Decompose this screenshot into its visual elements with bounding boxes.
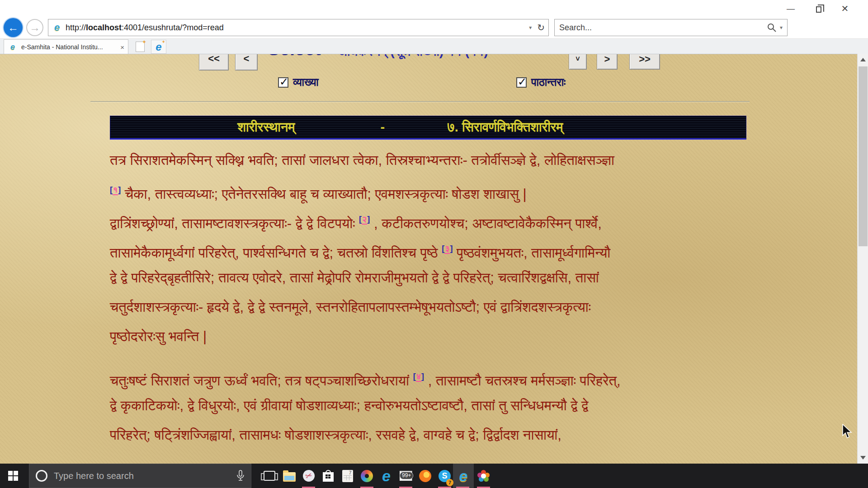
task-view-button[interactable] (259, 464, 279, 488)
nav-next-button[interactable]: > (597, 54, 618, 70)
store-bag-icon (323, 470, 334, 482)
text-line: परिहरेत्; षट्त्रिंशज्जिह्वायां, तासामधः … (110, 421, 752, 450)
nav-first-button[interactable]: << (199, 54, 229, 70)
text-line: द्वे द्वे परिहरेद्बृहतीसिरे; तावत्य एवोद… (110, 264, 752, 293)
paragraph: चतुःषष्टं सिराशतं जत्रुण ऊर्ध्वं भवति; त… (110, 362, 752, 450)
flower-app-button[interactable] (474, 464, 493, 488)
new-tab-button[interactable] (136, 42, 145, 52)
photos-button[interactable] (357, 464, 377, 488)
browser-navbar: ← → e http://localhost:4001/esushruta/?m… (0, 17, 868, 38)
text-line: चतुःषष्टं सिराशतं जत्रुण ऊर्ध्वं भवति; त… (110, 362, 752, 392)
text-line: तासामेकैकामूर्ध्वगां परिहरेत्, पार्श्वसन… (110, 235, 752, 264)
internet-explorer-button[interactable]: e (453, 464, 474, 488)
vyakhya-checkbox[interactable]: ✓ (278, 77, 288, 88)
calculator-button[interactable] (338, 464, 357, 488)
internet-explorer-icon: e (459, 468, 468, 483)
tab-favicon-ie: e (8, 42, 18, 52)
forward-button[interactable]: → (26, 19, 43, 36)
microphone-icon[interactable] (236, 470, 245, 482)
nav-dropdown-button[interactable]: ˅ (569, 54, 587, 70)
windows-logo-icon (8, 471, 18, 481)
vertical-scrollbar[interactable] (857, 54, 868, 464)
edge-icon: e (156, 41, 161, 53)
text-line: द्वात्रिंशच्छ्रोण्यां, तासामष्टावशस्त्रक… (110, 205, 752, 235)
address-dropdown-icon[interactable]: ▾ (529, 24, 532, 31)
divider-rule (90, 101, 750, 102)
search-placeholder: Search... (559, 23, 592, 33)
scissors-icon: ✂ (301, 468, 316, 483)
text-line: पृष्ठोदरोरःसु भवन्ति | (110, 323, 752, 352)
browser-titlebar: — ✕ (0, 0, 868, 17)
close-button[interactable]: ✕ (835, 3, 855, 14)
address-bar[interactable]: e http://localhost:4001/esushruta/?mod=r… (48, 19, 549, 36)
firefox-icon (419, 470, 431, 482)
file-explorer-icon (283, 472, 296, 482)
taskbar-search-placeholder: Type here to search (54, 471, 236, 481)
tab-title: e-Samhita - National Institu... (21, 43, 118, 51)
skype-button[interactable]: S 7 (435, 464, 454, 488)
check-icon: ✓ (518, 75, 527, 88)
sthana-name: शारीरस्थानम् (237, 120, 295, 135)
open-edge-button[interactable]: e (151, 40, 166, 54)
restore-button[interactable] (808, 3, 829, 14)
restore-icon (816, 6, 821, 13)
color-swirl-icon (361, 470, 373, 482)
vyakhya-label: व्याख्या (293, 76, 319, 89)
snipping-tool-button[interactable]: ✂ (299, 464, 318, 488)
scroll-up-icon[interactable] (858, 54, 868, 66)
nav-last-button[interactable]: >> (629, 54, 660, 70)
ie-page-icon: e (52, 23, 62, 33)
body-text: तत्र सिराशतमेकस्मिन् सक्थ्नि भवति; तासां… (110, 146, 752, 450)
mail-button[interactable]: 99+ (396, 464, 415, 488)
scrollbar-thumb[interactable] (859, 66, 868, 246)
task-view-icon (264, 471, 275, 481)
file-explorer-button[interactable] (279, 464, 299, 488)
skype-badge: 7 (446, 479, 453, 486)
start-button[interactable] (0, 464, 26, 488)
refresh-icon[interactable]: ↻ (537, 22, 545, 33)
cortana-icon (36, 470, 47, 482)
search-box[interactable]: Search... ▾ (554, 19, 788, 36)
text-line: तत्र सिराशतमेकस्मिन् सक्थ्नि भवति; तासां… (110, 146, 752, 176)
url-text: http://localhost:4001/esushruta/?mod=rea… (66, 23, 224, 33)
edge-button[interactable]: e (377, 464, 396, 488)
variant-reading-ref[interactable]: [३] (442, 244, 453, 254)
mouse-cursor (842, 424, 854, 439)
browser-tab[interactable]: e e-Samhita - National Institu... × (4, 39, 128, 54)
variant-reading-ref[interactable]: [४] (413, 372, 424, 382)
nav-prev-button[interactable]: < (235, 54, 258, 70)
flower-icon (477, 470, 490, 482)
desktop: — ✕ ← → e http://localhost:4001/esushrut… (0, 0, 868, 488)
search-dropdown-icon[interactable]: ▾ (780, 24, 783, 31)
taskbar: Type here to search ✂ e 99+ S 7 (0, 464, 868, 488)
option-pathantara: ✓ पाठान्तराः (516, 76, 566, 89)
pathantara-label: पाठान्तराः (531, 76, 566, 89)
option-vyakhya: ✓ व्याख्या (278, 76, 319, 89)
page-viewport: << < Select अधिकरणम् (सूत्र संख्या) ११ (… (0, 54, 857, 464)
edge-icon: e (382, 468, 391, 483)
check-icon: ✓ (279, 75, 288, 88)
firefox-button[interactable] (415, 464, 435, 488)
text-line: [१] चैका, तास्त्वव्यध्याः; एतेनेतरसक्थि … (110, 176, 752, 205)
paragraph: तत्र सिराशतमेकस्मिन् सक्थ्नि भवति; तासां… (110, 146, 752, 352)
minimize-button[interactable]: — (780, 3, 801, 14)
tab-bar: e e-Samhita - National Institu... × e (0, 38, 868, 54)
chapter-name: ७. सिरावर्णविभक्तिशारीरम् (447, 120, 563, 135)
header-separator: - (381, 120, 385, 135)
scroll-down-icon[interactable] (858, 452, 868, 464)
variant-reading-ref[interactable]: [२] (359, 215, 370, 225)
back-button[interactable]: ← (4, 18, 23, 37)
pathantara-checkbox[interactable]: ✓ (516, 77, 527, 88)
mail-unread-badge: 99+ (400, 472, 413, 479)
text-line: द्वे कृकाटिकयोः, द्वे विधुरयोः, एवं ग्री… (110, 392, 752, 421)
select-label: Select (268, 54, 321, 59)
search-icon[interactable] (767, 23, 776, 32)
section-header-bar: शारीरस्थानम् - ७. सिरावर्णविभक्तिशारीरम् (110, 116, 746, 140)
taskbar-search-box[interactable]: Type here to search (29, 464, 251, 488)
variant-reading-ref[interactable]: [१] (110, 185, 121, 195)
text-line: चतुर्दशाशस्त्रकृत्याः- हृदये द्वे, द्वे … (110, 293, 752, 323)
store-button[interactable] (318, 464, 338, 488)
tab-close-icon[interactable]: × (120, 43, 124, 51)
adhikarana-context-label: अधिकरणम् (सूत्र संख्या) ११ (११) (338, 54, 488, 59)
calculator-icon (342, 470, 353, 482)
